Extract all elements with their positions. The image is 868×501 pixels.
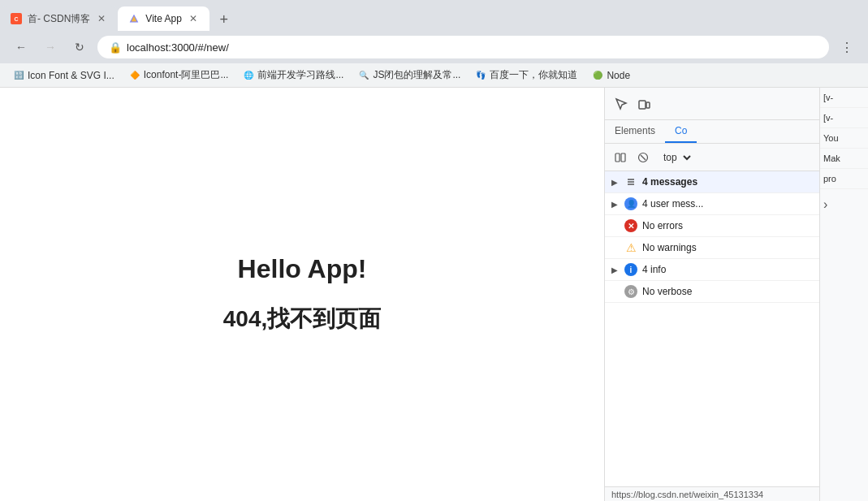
right-text-5: pro [820,169,868,189]
bookmark-node[interactable]: 🟢 Node [585,68,637,83]
console-sidebar-toggle[interactable] [611,149,629,166]
devtools-toolbar [605,88,819,120]
bookmark-node-label: Node [607,70,630,81]
error-icon: ✕ [624,219,637,232]
bookmark-frontend-icon: 🌐 [243,70,254,81]
main-area: Hello App! 404,找不到页面 Elements [0,88,868,501]
bookmark-baidu[interactable]: 👣 百度一下，你就知道 [469,67,584,84]
console-item-warnings[interactable]: ▶ ⚠ No warnings [605,237,819,259]
tab-vite-close[interactable]: ✕ [187,12,200,25]
verbose-icon: ⚙ [624,285,637,298]
warning-icon: ⚠ [624,241,637,254]
all-messages-label: 4 messages [642,176,813,188]
vite-favicon [127,12,140,25]
svg-rect-2 [639,101,646,109]
console-item-info[interactable]: ▶ i 4 info [605,259,819,281]
bookmark-iconfont2-icon: 🔶 [129,70,140,81]
bookmark-baidu-label: 百度一下，你就知道 [490,68,577,82]
console-messages: ▶ 4 messages ▶ 👤 4 user mess... ▶ [605,171,819,486]
devtools-tabs: Elements Co [605,120,819,144]
extensions-button[interactable]: ⋮ [836,36,858,58]
svg-rect-4 [615,153,620,162]
verbose-label: No verbose [642,286,813,297]
browser-chrome: C 首- CSDN博客 ✕ Vite App ✕ + ← → ↻ 🔒 local… [0,0,868,88]
user-messages-label: 4 user mess... [642,198,813,209]
console-item-user-messages[interactable]: ▶ 👤 4 user mess... [605,193,819,215]
devtools-tab-elements[interactable]: Elements [605,120,665,143]
bookmark-frontend[interactable]: 🌐 前端开发学习路线... [236,67,350,84]
bookmark-baidu-icon: 👣 [475,70,486,81]
address-bar: ← → ↻ 🔒 localhost:3000/#/new/ ⋮ [0,31,868,63]
bookmark-iconfont1[interactable]: 🔡 Icon Font & SVG I... [6,68,121,83]
right-text-4: Mak [820,149,868,169]
tab-csdn[interactable]: C 首- CSDN博客 ✕ [0,6,118,31]
reload-button[interactable]: ↻ [68,36,91,58]
console-item-verbose[interactable]: ▶ ⚙ No verbose [605,281,819,303]
info-label: 4 info [642,264,813,275]
tab-csdn-title: 首- CSDN博客 [28,12,90,26]
right-text-1: [v- [820,88,868,108]
devtools-status-bar: https://blog.csdn.net/weixin_45131334 [605,486,819,501]
bookmark-closure-label: JS闭包的理解及常... [373,68,460,82]
bookmark-closure[interactable]: 🔍 JS闭包的理解及常... [352,67,467,84]
tab-csdn-close[interactable]: ✕ [95,12,108,25]
bookmark-closure-icon: 🔍 [358,70,369,81]
svg-rect-3 [646,102,650,108]
devtools-right-panel: [v- [v- You Mak pro › [819,88,868,501]
tab-vite[interactable]: Vite App ✕ [118,6,209,31]
csdn-favicon: C [10,12,23,25]
expand-right-arrow[interactable]: › [820,189,868,220]
status-url: https://blog.csdn.net/weixin_45131334 [611,490,763,499]
forward-button[interactable]: → [39,36,62,58]
console-item-errors[interactable]: ▶ ✕ No errors [605,215,819,237]
back-button[interactable]: ← [10,36,32,58]
page-content: Hello App! 404,找不到页面 [0,88,604,501]
errors-label: No errors [642,220,813,231]
console-item-all-messages[interactable]: ▶ 4 messages [605,171,819,193]
address-input[interactable]: 🔒 localhost:3000/#/new/ [97,36,829,58]
console-filter-bar: top [605,144,819,171]
devtools-panel: Elements Co top [604,88,819,501]
list-icon [624,175,637,188]
bookmark-iconfont1-icon: 🔡 [13,70,24,81]
bookmark-frontend-label: 前端开发学习路线... [257,68,343,82]
bookmark-iconfont2-label: Iconfont-阿里巴巴... [144,68,229,82]
right-text-2: [v- [820,108,868,128]
new-tab-button[interactable]: + [213,8,235,31]
bookmark-node-icon: 🟢 [592,70,603,81]
page-404: 404,找不到页面 [223,304,382,335]
devtools-device-btn[interactable] [634,94,654,114]
warnings-label: No warnings [642,242,813,253]
url-text: localhost:3000/#/new/ [127,41,229,54]
tab-bar: C 首- CSDN博客 ✕ Vite App ✕ + [0,0,868,31]
expand-arrow-user-messages: ▶ [611,200,620,209]
expand-arrow-info: ▶ [611,266,620,274]
user-icon: 👤 [624,197,637,210]
page-hello: Hello App! [238,254,367,284]
console-context-select[interactable]: top [657,149,693,166]
console-clear-btn[interactable] [634,149,652,166]
tab-vite-title: Vite App [145,13,181,24]
info-icon: i [624,263,637,276]
devtools-tab-console[interactable]: Co [665,120,697,143]
right-text-3: You [820,128,868,149]
bookmark-iconfont2[interactable]: 🔶 Iconfont-阿里巴巴... [123,67,235,84]
bookmark-iconfont1-label: Icon Font & SVG I... [28,70,114,81]
svg-line-7 [641,155,646,160]
arrow-right-icon: › [823,197,827,212]
expand-arrow-all-messages: ▶ [611,178,620,187]
svg-rect-5 [621,153,625,162]
devtools-select-element-btn[interactable] [611,94,631,114]
bookmarks-bar: 🔡 Icon Font & SVG I... 🔶 Iconfont-阿里巴巴..… [0,63,868,88]
